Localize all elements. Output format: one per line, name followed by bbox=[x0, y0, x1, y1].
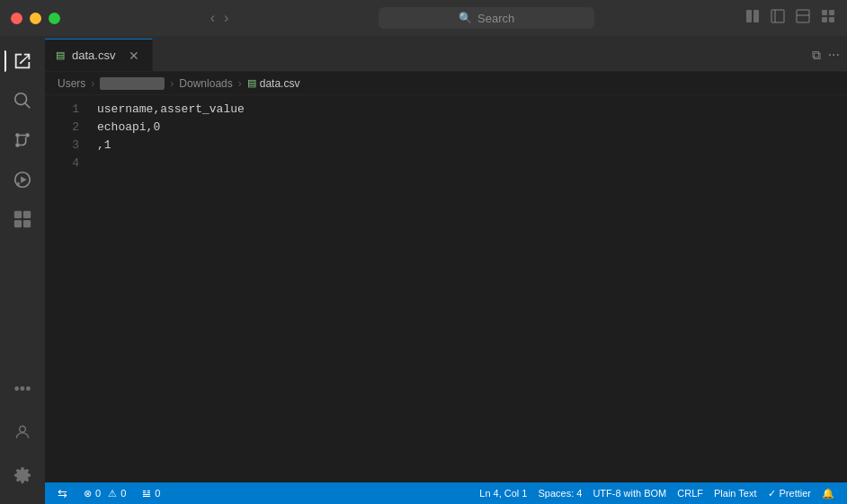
status-right: Ln 4, Col 1 Spaces: 4 UTF-8 with BOM CRL… bbox=[474, 482, 840, 504]
status-remote[interactable]: ⇆ bbox=[52, 482, 73, 504]
sidebar-item-run[interactable] bbox=[4, 162, 40, 198]
prettier-label: Prettier bbox=[780, 488, 811, 499]
status-prettier[interactable]: ✓ Prettier bbox=[762, 482, 816, 504]
back-button[interactable]: ‹ bbox=[210, 10, 215, 26]
breadcrumb: Users › ████████ › Downloads › ▤ data.cs… bbox=[45, 72, 847, 95]
layout-split-icon[interactable] bbox=[744, 8, 761, 28]
svg-rect-21 bbox=[23, 220, 31, 227]
maximize-button[interactable] bbox=[49, 13, 60, 24]
status-encoding[interactable]: UTF-8 with BOM bbox=[587, 482, 672, 504]
breadcrumb-sep-3: › bbox=[238, 77, 242, 90]
code-line-4 bbox=[97, 155, 834, 172]
sidebar-item-source-control[interactable] bbox=[4, 122, 40, 158]
svg-point-10 bbox=[15, 93, 27, 105]
svg-rect-18 bbox=[14, 211, 22, 218]
activity-bottom: ••• bbox=[4, 371, 40, 497]
titlebar-nav: ‹ › bbox=[210, 10, 229, 26]
encoding-label: UTF-8 with BOM bbox=[593, 488, 666, 499]
search-bar[interactable]: 🔍 Search bbox=[379, 7, 594, 29]
svg-point-14 bbox=[15, 143, 20, 147]
sidebar-item-search[interactable] bbox=[4, 83, 40, 119]
warning-count: 0 bbox=[120, 488, 126, 499]
status-position[interactable]: Ln 4, Col 1 bbox=[474, 482, 532, 504]
position-label: Ln 4, Col 1 bbox=[479, 488, 527, 499]
breadcrumb-filename: data.csv bbox=[260, 77, 300, 90]
sidebar-item-settings[interactable] bbox=[4, 457, 40, 493]
traffic-lights bbox=[11, 13, 60, 24]
breadcrumb-username: ████████ bbox=[100, 77, 165, 90]
breadcrumb-file[interactable]: ▤ data.csv bbox=[247, 77, 300, 90]
code-line-2: echoapi,0 bbox=[97, 119, 834, 137]
forward-button[interactable]: › bbox=[224, 10, 228, 26]
svg-rect-19 bbox=[23, 211, 31, 218]
breadcrumb-users[interactable]: Users bbox=[58, 77, 85, 90]
svg-point-13 bbox=[25, 133, 30, 137]
svg-rect-4 bbox=[797, 10, 809, 22]
code-line-1: username,assert_value bbox=[97, 101, 834, 119]
line-number-3: 3 bbox=[45, 137, 79, 155]
line-number-2: 2 bbox=[45, 119, 79, 137]
close-button[interactable] bbox=[11, 13, 22, 24]
code-content[interactable]: username,assert_value echoapi,0 ,1 bbox=[90, 95, 834, 482]
svg-point-12 bbox=[15, 133, 20, 137]
tab-bar: ▤ data.csv ✕ ⧉ ··· bbox=[45, 36, 847, 72]
status-bar: ⇆ ⊗ 0 ⚠ 0 𝌪 0 Ln 4, Col 1 bbox=[45, 482, 847, 504]
status-notifications[interactable]: 🔔 bbox=[816, 482, 840, 504]
remote-icon: ⇆ bbox=[58, 487, 67, 500]
minimize-button[interactable] bbox=[30, 13, 41, 24]
error-count: 0 bbox=[95, 488, 101, 499]
editor-area: ▤ data.csv ✕ ⧉ ··· Users › ████████ › Do… bbox=[45, 36, 847, 504]
file-csv-icon: ▤ bbox=[247, 77, 256, 89]
status-line-ending[interactable]: CRLF bbox=[672, 482, 709, 504]
search-icon: 🔍 bbox=[459, 12, 472, 24]
csv-icon: ▤ bbox=[56, 49, 65, 61]
line-numbers: 1 2 3 4 bbox=[45, 95, 90, 482]
prettier-checkmark-icon: ✓ bbox=[768, 488, 776, 500]
line-ending-label: CRLF bbox=[677, 488, 703, 499]
status-errors[interactable]: ⊗ 0 ⚠ 0 bbox=[78, 482, 131, 504]
svg-line-11 bbox=[25, 103, 30, 108]
sidebar-item-explorer[interactable] bbox=[4, 43, 40, 79]
layout-editor-icon[interactable] bbox=[795, 8, 811, 28]
spaces-label: Spaces: 4 bbox=[538, 488, 582, 499]
warning-icon: ⚠ bbox=[108, 488, 117, 500]
line-number-1: 1 bbox=[45, 101, 79, 119]
svg-rect-0 bbox=[746, 10, 752, 22]
sidebar-item-more[interactable]: ••• bbox=[4, 371, 40, 407]
activity-bar: ••• bbox=[0, 36, 45, 504]
port-count: 0 bbox=[155, 488, 160, 499]
more-actions-icon[interactable]: ··· bbox=[828, 47, 840, 63]
port-icon: 𝌪 bbox=[142, 488, 151, 500]
code-line-3: ,1 bbox=[97, 137, 834, 155]
line-number-4: 4 bbox=[45, 155, 79, 172]
titlebar: ‹ › 🔍 Search bbox=[0, 0, 847, 36]
svg-point-17 bbox=[17, 182, 21, 186]
svg-rect-1 bbox=[753, 10, 759, 22]
search-placeholder: Search bbox=[477, 12, 514, 25]
error-icon: ⊗ bbox=[84, 488, 92, 500]
code-editor[interactable]: 1 2 3 4 username,assert_value echoapi,0 … bbox=[45, 95, 847, 482]
sidebar-item-extensions[interactable] bbox=[4, 201, 40, 237]
svg-rect-6 bbox=[822, 10, 827, 15]
status-left: ⇆ ⊗ 0 ⚠ 0 𝌪 0 bbox=[52, 482, 165, 504]
scrollbar[interactable] bbox=[834, 95, 847, 482]
svg-rect-20 bbox=[14, 220, 22, 227]
tab-close-button[interactable]: ✕ bbox=[127, 49, 141, 63]
tab-label: data.csv bbox=[72, 49, 115, 62]
layout-sidebar-icon[interactable] bbox=[770, 8, 786, 28]
status-spaces[interactable]: Spaces: 4 bbox=[532, 482, 587, 504]
sidebar-item-accounts[interactable] bbox=[4, 414, 40, 450]
status-language[interactable]: Plain Text bbox=[709, 482, 762, 504]
svg-marker-16 bbox=[21, 176, 26, 182]
breadcrumb-sep-1: › bbox=[91, 77, 94, 90]
status-port[interactable]: 𝌪 0 bbox=[137, 482, 165, 504]
svg-rect-7 bbox=[829, 10, 834, 15]
split-editor-icon[interactable]: ⧉ bbox=[812, 48, 821, 63]
svg-rect-9 bbox=[829, 17, 834, 22]
language-label: Plain Text bbox=[714, 488, 757, 499]
grid-icon[interactable] bbox=[820, 8, 836, 28]
svg-rect-8 bbox=[822, 17, 827, 22]
breadcrumb-downloads[interactable]: Downloads bbox=[179, 77, 232, 90]
tab-bar-right: ⧉ ··· bbox=[805, 39, 847, 71]
tab-data-csv[interactable]: ▤ data.csv ✕ bbox=[45, 39, 153, 71]
